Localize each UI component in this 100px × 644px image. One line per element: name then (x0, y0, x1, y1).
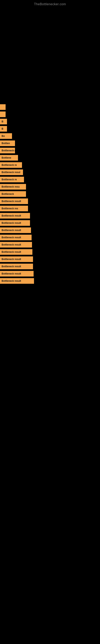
list-item: Bottleneck result (0, 198, 100, 204)
bottleneck-bar: Bottlen (0, 140, 15, 146)
list-item: Bottleneck r (0, 148, 100, 153)
list-item: Bottleneck (0, 191, 100, 197)
bottleneck-bar: Bottleneck result (0, 278, 34, 284)
bottleneck-bar: Bottleneck r (0, 148, 15, 153)
list-item: Bottleneck result (0, 213, 100, 218)
list-item: Bottlene (0, 155, 100, 160)
bottleneck-bar: Bottlene (0, 155, 18, 160)
bottleneck-bar: Bottleneck (0, 191, 26, 197)
list-item: Bottleneck res (0, 206, 100, 211)
list-item: Bottleneck result (0, 228, 100, 233)
bottleneck-bar: Bottleneck result (0, 213, 30, 218)
list-item: Bottleneck result (0, 220, 100, 226)
chart-area (0, 8, 100, 104)
list-item: Bottleneck result (0, 242, 100, 248)
bottleneck-bar: Bottleneck result (0, 198, 28, 204)
site-header: TheBottlenecker.com (0, 0, 100, 8)
bottleneck-bar (0, 104, 6, 110)
list-item: Bo (0, 133, 100, 139)
bottleneck-bar: Bottleneck result (0, 249, 32, 255)
bottleneck-bar: Bottleneck res (0, 206, 28, 211)
bottleneck-bar: Bottleneck result (0, 235, 32, 240)
list-item: Bottleneck result (0, 278, 100, 284)
bars-section: BBBoBottlenBottleneck rBottleneBottlenec… (0, 104, 100, 284)
bottleneck-bar: Bottleneck result (0, 228, 31, 233)
list-item (0, 112, 100, 117)
bottleneck-bar: Bottleneck re (0, 177, 24, 182)
list-item: Bottleneck re (0, 177, 100, 182)
bottleneck-bar (0, 112, 6, 117)
bottleneck-bar: Bottleneck result (0, 264, 33, 269)
list-item: Bottleneck result (0, 249, 100, 255)
list-item: Bottleneck resu (0, 184, 100, 190)
list-item: Bottleneck result (0, 235, 100, 240)
bottleneck-bar: B (0, 119, 7, 124)
site-title: TheBottlenecker.com (0, 0, 100, 8)
bottleneck-bar: Bottleneck result (0, 271, 34, 276)
list-item: Bottleneck result (0, 271, 100, 276)
bottleneck-bar: B (0, 126, 7, 132)
list-item: Bottleneck result (0, 256, 100, 262)
list-item: B (0, 126, 100, 132)
bottleneck-bar: Bottleneck resu (0, 184, 26, 190)
bottleneck-bar: Bottleneck result (0, 242, 32, 248)
list-item: Bottleneck resul (0, 170, 100, 175)
bottleneck-bar: Bottleneck result (0, 256, 33, 262)
list-item: Bottlen (0, 140, 100, 146)
bottleneck-bar: Bottleneck resul (0, 170, 23, 175)
bottleneck-bar: Bottleneck result (0, 220, 30, 226)
list-item: Bottleneck result (0, 264, 100, 269)
list-item: Bottleneck re (0, 162, 100, 168)
list-item (0, 104, 100, 110)
bottleneck-bar: Bo (0, 133, 12, 139)
bottleneck-bar: Bottleneck re (0, 162, 22, 168)
list-item: B (0, 119, 100, 124)
